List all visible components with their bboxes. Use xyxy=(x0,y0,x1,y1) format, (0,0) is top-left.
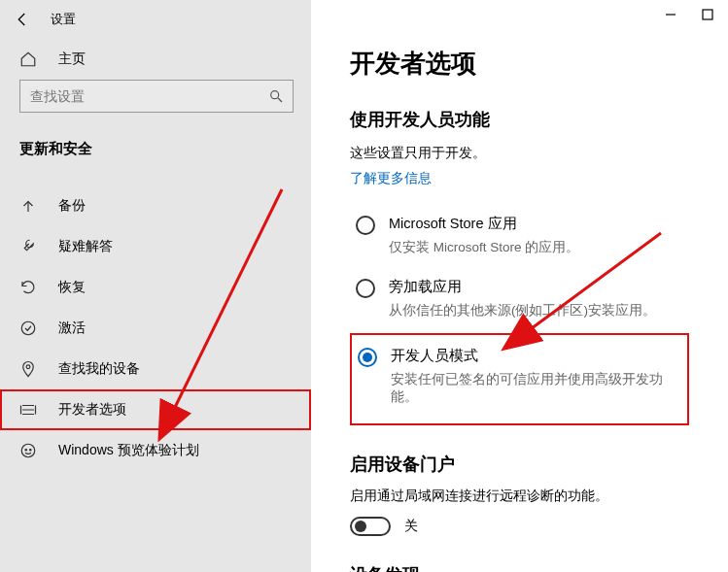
toggle-state-label: 关 xyxy=(404,518,418,535)
minimize-button[interactable] xyxy=(662,6,679,23)
portal-toggle[interactable] xyxy=(350,517,391,536)
learn-more-link[interactable]: 了解更多信息 xyxy=(350,170,689,187)
sidebar-item-developer[interactable]: 开发者选项 xyxy=(0,389,311,430)
nav-list: 备份 疑难解答 恢复 激活 xyxy=(0,185,311,471)
backup-icon xyxy=(19,197,37,215)
window-controls xyxy=(662,0,728,29)
main-pane: 开发者选项 使用开发人员功能 这些设置只用于开发。 了解更多信息 Microso… xyxy=(311,0,728,572)
sidebar-item-find-device[interactable]: 查找我的设备 xyxy=(0,349,311,389)
sidebar-item-label: 备份 xyxy=(58,197,86,215)
radio-developer-mode[interactable]: 开发人员模式 安装任何已签名的可信应用并使用高级开发功能。 xyxy=(350,333,689,425)
svg-point-0 xyxy=(271,91,279,99)
sidebar-item-troubleshoot[interactable]: 疑难解答 xyxy=(0,226,311,267)
sidebar-item-label: Windows 预览体验计划 xyxy=(58,442,199,459)
section-title-device-discovery: 设备发现 xyxy=(350,563,689,572)
sidebar: 设置 主页 更新和安全 备份 xyxy=(0,0,311,572)
section-title-features: 使用开发人员功能 xyxy=(350,108,689,131)
troubleshoot-icon xyxy=(19,238,37,255)
page-title: 开发者选项 xyxy=(350,47,689,81)
sidebar-item-activate[interactable]: 激活 xyxy=(0,308,311,349)
svg-point-1 xyxy=(21,321,35,335)
radio-desc: 仅安装 Microsoft Store 的应用。 xyxy=(389,239,579,256)
radio-store-apps[interactable]: Microsoft Store 应用 仅安装 Microsoft Store 的… xyxy=(350,207,689,270)
section-title-portal: 启用设备门户 xyxy=(350,453,689,476)
radio-desc: 安装任何已签名的可信应用并使用高级开发功能。 xyxy=(391,371,681,406)
sidebar-item-backup[interactable]: 备份 xyxy=(0,185,311,226)
sidebar-item-label: 恢复 xyxy=(58,279,86,296)
search-input[interactable] xyxy=(20,88,260,104)
search-icon xyxy=(260,88,293,104)
sidebar-item-label: 疑难解答 xyxy=(58,238,113,255)
insider-icon xyxy=(19,442,37,459)
radio-label: Microsoft Store 应用 xyxy=(389,215,579,233)
svg-point-5 xyxy=(30,450,32,452)
radio-group-dev-mode: Microsoft Store 应用 仅安装 Microsoft Store 的… xyxy=(350,207,689,425)
radio-icon xyxy=(358,348,377,367)
radio-label: 开发人员模式 xyxy=(391,347,681,365)
activate-icon xyxy=(19,320,37,337)
note-text: 这些设置只用于开发。 xyxy=(350,145,689,162)
home-icon xyxy=(19,50,37,68)
search-box[interactable] xyxy=(19,80,294,113)
svg-point-3 xyxy=(21,444,35,457)
sidebar-item-label: 激活 xyxy=(58,320,86,337)
svg-rect-6 xyxy=(703,10,712,19)
sidebar-item-label: 查找我的设备 xyxy=(58,360,140,378)
maximize-button[interactable] xyxy=(699,6,716,23)
sidebar-item-insider[interactable]: Windows 预览体验计划 xyxy=(0,430,311,471)
radio-label: 旁加载应用 xyxy=(389,278,656,296)
developer-icon xyxy=(19,401,37,419)
home-button[interactable]: 主页 xyxy=(0,39,311,80)
group-title: 更新和安全 xyxy=(0,120,311,168)
radio-desc: 从你信任的其他来源(例如工作区)安装应用。 xyxy=(389,302,656,320)
home-label: 主页 xyxy=(58,50,86,68)
titlebar: 设置 xyxy=(0,0,311,39)
radio-sideload[interactable]: 旁加载应用 从你信任的其他来源(例如工作区)安装应用。 xyxy=(350,270,689,333)
svg-point-2 xyxy=(26,365,30,369)
back-button[interactable] xyxy=(12,9,33,30)
radio-icon xyxy=(356,279,375,298)
svg-point-4 xyxy=(25,450,27,452)
find-device-icon xyxy=(19,360,37,378)
recovery-icon xyxy=(19,279,37,296)
window-title: 设置 xyxy=(51,12,76,28)
sidebar-item-label: 开发者选项 xyxy=(58,401,126,419)
portal-desc: 启用通过局域网连接进行远程诊断的功能。 xyxy=(350,488,689,505)
sidebar-item-recovery[interactable]: 恢复 xyxy=(0,267,311,308)
radio-icon xyxy=(356,216,375,235)
